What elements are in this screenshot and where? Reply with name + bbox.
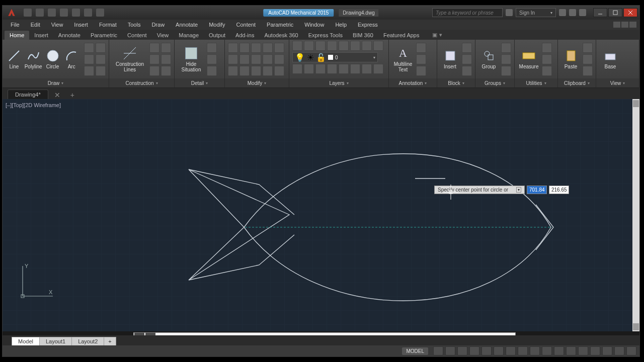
status-dyn-icon[interactable] xyxy=(506,346,516,355)
circle-button[interactable]: Circle xyxy=(44,49,61,69)
layer-icon[interactable] xyxy=(304,64,314,74)
status-grid-icon[interactable] xyxy=(433,346,443,355)
qat-saveas-icon[interactable] xyxy=(60,9,68,17)
modify-icon[interactable] xyxy=(251,54,261,64)
menu-insert[interactable]: Insert xyxy=(69,21,93,29)
qat-open-icon[interactable] xyxy=(36,9,44,17)
panel-detail-title[interactable]: Detail xyxy=(175,78,224,87)
annotation-icon[interactable] xyxy=(416,54,426,64)
detail-extra-icon[interactable] xyxy=(207,43,217,53)
doc-tab[interactable]: Drawing4* xyxy=(8,89,48,99)
layer-dropdown[interactable]: 💡 ☀ 🔓 0 ▾ xyxy=(292,52,378,62)
layer-icon[interactable] xyxy=(315,64,326,74)
modify-icon[interactable] xyxy=(251,43,261,53)
insert-block-button[interactable]: Insert xyxy=(440,49,460,69)
status-ortho-icon[interactable] xyxy=(457,346,467,355)
sign-in-button[interactable]: Sign In ▾ xyxy=(516,8,556,17)
user-icon[interactable] xyxy=(506,9,513,16)
layer-icon[interactable] xyxy=(327,41,337,51)
draw-extra-icon[interactable] xyxy=(96,66,106,76)
dynamic-value-x[interactable]: 701.84 xyxy=(527,186,547,194)
layout-tab-2[interactable]: Layout2 xyxy=(71,337,104,345)
construction-extra-icon[interactable] xyxy=(149,66,159,76)
hide-situation-button[interactable]: Hide Situation xyxy=(178,46,205,72)
annotation-icon[interactable] xyxy=(416,43,426,53)
layer-icon[interactable] xyxy=(373,64,383,74)
menu-parametric[interactable]: Parametric xyxy=(262,21,298,29)
panel-construction-title[interactable]: Construction xyxy=(109,78,174,87)
menu-draw[interactable]: Draw xyxy=(146,21,170,29)
block-icon[interactable] xyxy=(462,54,472,64)
close-button[interactable] xyxy=(623,8,637,17)
status-hw-icon[interactable] xyxy=(590,346,600,355)
modify-icon[interactable] xyxy=(251,66,261,76)
modify-icon[interactable] xyxy=(263,54,273,64)
status-osnap-icon[interactable] xyxy=(481,346,492,355)
status-iso-icon[interactable] xyxy=(602,346,612,355)
annotation-icon[interactable] xyxy=(416,66,426,76)
panel-annotation-title[interactable]: Annotation xyxy=(389,78,437,87)
ribbon-minimize-icon[interactable]: ▣ ▾ xyxy=(427,30,447,40)
modify-icon[interactable] xyxy=(239,54,250,64)
viewport-label[interactable]: [–][Top][2D Wireframe] xyxy=(6,102,61,108)
modify-icon[interactable] xyxy=(228,54,238,64)
qat-plot-icon[interactable] xyxy=(72,9,80,17)
panel-modify-title[interactable]: Modify xyxy=(225,78,289,87)
modify-icon[interactable] xyxy=(274,66,284,76)
layer-icon[interactable] xyxy=(339,41,349,51)
layer-icon[interactable] xyxy=(350,64,360,74)
modify-icon[interactable] xyxy=(274,54,284,64)
tab-expresstools[interactable]: Express Tools xyxy=(303,31,348,40)
status-polar-icon[interactable] xyxy=(469,346,479,355)
doc-close-button[interactable] xyxy=(629,22,636,28)
draw-extra-icon[interactable] xyxy=(96,43,106,53)
layout-add-button[interactable]: + xyxy=(104,337,116,345)
status-otrack-icon[interactable] xyxy=(494,346,504,355)
menu-modify[interactable]: Modify xyxy=(204,21,230,29)
status-clean-icon[interactable] xyxy=(614,346,624,355)
layer-icon[interactable] xyxy=(327,64,337,74)
panel-utilities-title[interactable]: Utilities xyxy=(515,78,557,87)
menu-file[interactable]: File xyxy=(6,21,25,29)
menu-help[interactable]: Help xyxy=(330,21,352,29)
layout-tab-model[interactable]: Model xyxy=(12,337,40,345)
layer-icon[interactable] xyxy=(292,41,302,51)
menu-express[interactable]: Express xyxy=(353,21,383,29)
construction-extra-icon[interactable] xyxy=(149,54,159,64)
modify-icon[interactable] xyxy=(239,43,250,53)
drawing-canvas[interactable]: [–][Top][2D Wireframe] Y X Specify cente… xyxy=(3,99,639,331)
measure-button[interactable]: Measure xyxy=(518,49,540,69)
stay-connected-icon[interactable] xyxy=(569,9,576,16)
vertical-scrollbar[interactable] xyxy=(632,99,639,331)
multiline-text-button[interactable]: AMultiline Text xyxy=(392,46,414,72)
exchange-icon[interactable] xyxy=(559,9,566,16)
tab-output[interactable]: Output xyxy=(204,31,230,40)
layer-icon[interactable] xyxy=(362,41,372,51)
status-snap-icon[interactable] xyxy=(445,346,455,355)
modify-icon[interactable] xyxy=(239,66,250,76)
layer-icon[interactable] xyxy=(315,41,326,51)
status-qp-icon[interactable] xyxy=(542,346,552,355)
modify-icon[interactable] xyxy=(263,43,273,53)
help-icon[interactable] xyxy=(579,9,586,16)
minimize-button[interactable] xyxy=(593,8,607,17)
block-icon[interactable] xyxy=(462,43,472,53)
tab-manage[interactable]: Manage xyxy=(174,31,204,40)
status-model-button[interactable]: MODEL xyxy=(402,347,428,355)
help-search-input[interactable] xyxy=(432,8,503,17)
clipboard-icon[interactable] xyxy=(583,66,593,76)
layout-tab-1[interactable]: Layout1 xyxy=(39,337,72,345)
group-icon[interactable] xyxy=(501,54,511,64)
status-transparency-icon[interactable] xyxy=(530,346,540,355)
base-view-button[interactable]: Base xyxy=(599,49,621,69)
polyline-button[interactable]: Polyline xyxy=(25,49,42,69)
construction-extra-icon[interactable] xyxy=(149,43,159,53)
utilities-icon[interactable] xyxy=(542,43,552,53)
status-anno-icon[interactable] xyxy=(566,346,576,355)
layer-icon[interactable] xyxy=(362,64,372,74)
group-icon[interactable] xyxy=(501,66,511,76)
panel-view-title[interactable]: View xyxy=(596,78,639,87)
draw-extra-icon[interactable] xyxy=(84,66,94,76)
panel-groups-title[interactable]: Groups xyxy=(475,78,514,87)
status-custom-icon[interactable] xyxy=(626,346,636,355)
